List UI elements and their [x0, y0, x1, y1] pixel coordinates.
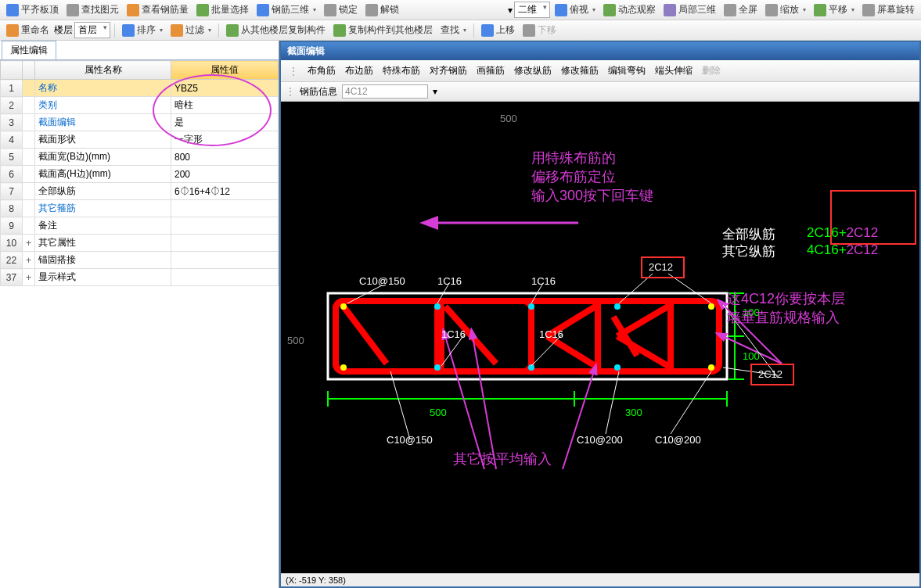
- edit-hook-button[interactable]: 编辑弯钩: [605, 63, 649, 79]
- move-down-button[interactable]: 下移: [520, 22, 559, 38]
- up-icon: [481, 24, 494, 37]
- property-row[interactable]: 3截面编辑是: [1, 114, 279, 131]
- property-row[interactable]: 10+其它属性: [1, 235, 279, 252]
- corner-bar-button[interactable]: 布角筋: [304, 63, 339, 79]
- batch-select-button[interactable]: 批量选择: [193, 2, 252, 18]
- local-3d-button[interactable]: 局部三维: [660, 2, 719, 18]
- find-button[interactable]: 查找▾: [437, 22, 469, 38]
- property-row[interactable]: 1名称YBZ5: [1, 80, 279, 97]
- svg-line-4: [344, 307, 387, 364]
- delete-button[interactable]: 删除: [699, 63, 724, 79]
- align-icon: [6, 4, 19, 16]
- property-row[interactable]: 5截面宽(B边)(mm)800: [1, 149, 279, 166]
- align-bar-button[interactable]: 对齐钢筋: [426, 63, 470, 79]
- svg-line-40: [606, 371, 619, 434]
- draw-stirrup-button[interactable]: 画箍筋: [473, 63, 508, 79]
- property-row[interactable]: 4截面形状一字形: [1, 131, 279, 149]
- edge-bar-button[interactable]: 布边筋: [342, 63, 376, 79]
- filter-button[interactable]: 过滤▾: [167, 22, 214, 38]
- copyto-icon: [333, 24, 346, 37]
- label-c10-200-2: C10@200: [655, 434, 701, 446]
- property-panel: 属性编辑 属性名称 属性值 1名称YBZ52类别暗柱3截面编辑是4截面形状一字形…: [0, 41, 279, 588]
- pan-icon: [814, 4, 826, 16]
- lock-button[interactable]: 锁定: [321, 2, 361, 18]
- svg-line-41: [671, 371, 711, 434]
- section-canvas[interactable]: 500 500: [281, 102, 919, 573]
- rename-button[interactable]: 重命名: [3, 22, 52, 38]
- label-1c16-top-2: 1C16: [531, 275, 556, 287]
- section-editor-title: 截面编辑: [281, 42, 919, 60]
- unlock-button[interactable]: 解锁: [362, 2, 402, 18]
- svg-point-12: [340, 364, 347, 371]
- property-row[interactable]: 7全部纵筋6⏀16+4⏀12: [1, 183, 279, 200]
- property-row[interactable]: 22+锚固搭接: [1, 252, 279, 269]
- floor-combo[interactable]: 首层: [74, 22, 110, 38]
- rebar-info-input[interactable]: [342, 84, 428, 99]
- label-c10-200-1: C10@200: [577, 434, 623, 446]
- chevron-down-icon[interactable]: ▾: [508, 5, 513, 16]
- property-tab-bar: 属性编辑: [0, 41, 279, 60]
- edit-long-bar-button[interactable]: 修改纵筋: [511, 63, 555, 79]
- property-row[interactable]: 37+显示样式: [1, 269, 279, 286]
- find-element-button[interactable]: 查找图元: [63, 2, 122, 18]
- svg-point-14: [528, 364, 534, 371]
- svg-line-42: [390, 371, 410, 439]
- section-toolbar: ⋮ 布角筋 布边筋 特殊布筋 对齐钢筋 画箍筋 修改纵筋 修改箍筋 编辑弯钩 端…: [281, 60, 919, 82]
- label-1c16-top-1: 1C16: [437, 275, 462, 287]
- svg-point-9: [528, 303, 534, 310]
- top-view-button[interactable]: 俯视▾: [552, 2, 599, 18]
- dim-100-2: 100: [743, 350, 760, 362]
- svg-point-8: [434, 303, 441, 310]
- label-1c16-mid-1: 1C16: [441, 328, 466, 340]
- dim-300: 300: [625, 407, 642, 418]
- view-rebar-button[interactable]: 查看钢筋量: [124, 2, 192, 18]
- property-row[interactable]: 9备注: [1, 217, 279, 235]
- svg-line-6: [613, 317, 637, 356]
- property-row[interactable]: 6截面高(H边)(mm)200: [1, 166, 279, 183]
- rebar-icon: [127, 4, 139, 16]
- move-up-button[interactable]: 上移: [478, 22, 518, 38]
- view-mode-combo[interactable]: 二维: [514, 2, 550, 18]
- property-edit-tab[interactable]: 属性编辑: [2, 41, 56, 59]
- search-icon: [67, 4, 79, 16]
- dim-500: 500: [430, 407, 447, 418]
- label-c10-150-bot: C10@150: [387, 434, 433, 446]
- orbit-button[interactable]: 动态观察: [600, 2, 659, 18]
- status-bar: (X: -519 Y: 358): [281, 573, 919, 586]
- col-attr-name: 属性名称: [35, 61, 171, 80]
- 3d-icon: [257, 4, 269, 16]
- rebar-3d-button[interactable]: 钢筋三维▾: [254, 2, 319, 18]
- rebar-info-label: 钢筋信息: [300, 85, 337, 99]
- sort-icon: [122, 24, 135, 37]
- label-other-longbar: 其它纵筋: [722, 242, 775, 260]
- lock-icon: [324, 4, 336, 16]
- align-top-button[interactable]: 平齐板顶: [3, 2, 62, 18]
- label-1c16-mid-2: 1C16: [539, 328, 563, 340]
- dropdown-icon[interactable]: ▾: [433, 86, 437, 97]
- screen-rotate-button[interactable]: 屏幕旋转: [859, 2, 918, 18]
- zoom-button[interactable]: 缩放▾: [762, 2, 809, 18]
- property-row[interactable]: 8其它箍筋: [1, 200, 279, 217]
- copy-to-button[interactable]: 复制构件到其他楼层: [330, 22, 436, 38]
- label-c10-150-top: C10@150: [359, 275, 405, 287]
- note-special-bar-2: 偏移布筋定位: [531, 167, 616, 186]
- edit-stirrup-button[interactable]: 修改箍筋: [558, 63, 602, 79]
- rename-icon: [6, 24, 19, 37]
- unlock-icon: [365, 4, 378, 16]
- topview-icon: [555, 4, 567, 16]
- label-all-longbar: 全部纵筋: [722, 225, 775, 243]
- note-4c12-2: 墙垂直筋规格输入: [727, 308, 840, 327]
- property-grid[interactable]: 属性名称 属性值 1名称YBZ52类别暗柱3截面编辑是4截面形状一字形5截面宽(…: [0, 60, 279, 588]
- special-bar-button[interactable]: 特殊布筋: [380, 63, 423, 79]
- copy-from-button[interactable]: 从其他楼层复制构件: [223, 22, 329, 38]
- sort-button[interactable]: 排序▾: [119, 22, 166, 38]
- label-2c12-top: 2C12: [649, 261, 673, 273]
- note-special-bar-1: 用特殊布筋的: [531, 149, 616, 167]
- orbit-icon: [603, 4, 616, 16]
- pan-button[interactable]: 平移▾: [811, 2, 858, 18]
- note-avg-input: 其它按平均输入: [453, 450, 552, 468]
- end-extend-button[interactable]: 端头伸缩: [652, 63, 696, 79]
- fullscreen-button[interactable]: 全屏: [721, 2, 761, 18]
- svg-point-13: [434, 364, 441, 371]
- property-row[interactable]: 2类别暗柱: [1, 97, 279, 114]
